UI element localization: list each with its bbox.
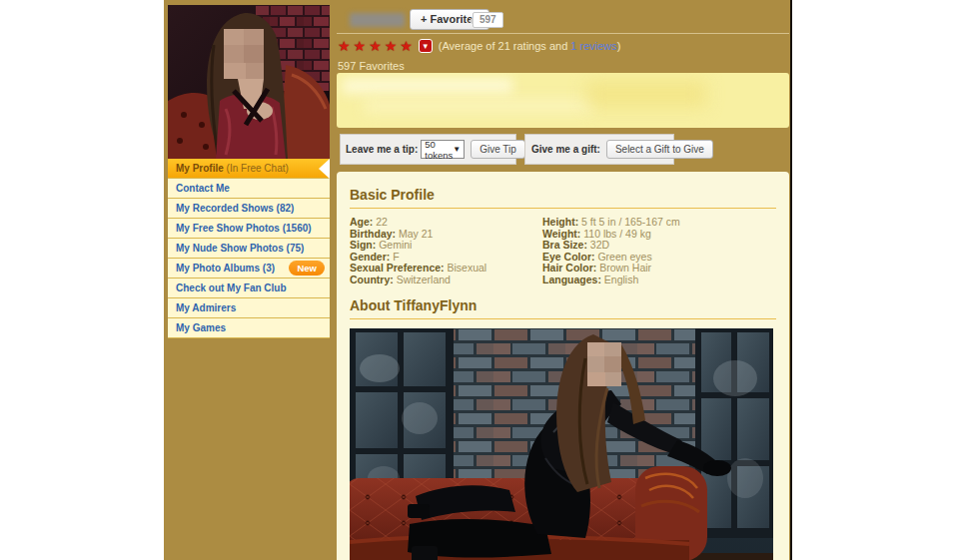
detail-value: 32D	[587, 239, 609, 251]
detail-value: May 21	[396, 228, 433, 240]
detail-value: F	[390, 251, 399, 263]
rating-prefix: (Average of 21 ratings and	[439, 40, 571, 52]
detail-label: Weight:	[542, 228, 580, 240]
detail-value: 22	[373, 216, 388, 228]
profile-sidebar-menu: My Profile (In Free Chat) Contact Me My …	[168, 159, 330, 338]
sidebar-item-my-games[interactable]: My Games	[168, 318, 330, 338]
detail-value: 110 lbs / 49 kg	[580, 228, 650, 240]
tip-bar: Leave me a tip: 50 tokens ▼ Give Tip	[340, 134, 516, 165]
give-tip-button[interactable]: Give Tip	[471, 140, 525, 159]
detail-label: Sexual Preference:	[350, 262, 445, 274]
star-icon[interactable]: ★	[338, 39, 351, 53]
sidebar-item-label: My Photo Albums (3)	[176, 263, 275, 274]
sidebar-item-nude-show-photos[interactable]: My Nude Show Photos (75)	[168, 239, 330, 259]
details-left-column: Age: 22 Birthday: May 21 Sign: Gemini Ge…	[350, 217, 542, 285]
sidebar-item-label: My Games	[176, 322, 226, 333]
sidebar-item-photo-albums[interactable]: My Photo Albums (3) New	[168, 259, 330, 279]
reviews-link[interactable]: 1 reviews	[570, 40, 616, 52]
model-avatar-photo	[168, 5, 330, 159]
page: My Profile (In Free Chat) Contact Me My …	[0, 0, 959, 560]
sidebar-item-label: Check out My Fan Club	[176, 282, 287, 293]
sidebar-item-fan-club[interactable]: Check out My Fan Club	[168, 279, 330, 298]
sidebar-item-label: My Admirers	[176, 302, 236, 313]
detail-value: Green eyes	[595, 251, 652, 263]
detail-row: Country: Switzerland	[350, 275, 542, 286]
avatar-illustration	[168, 5, 330, 159]
star-icon[interactable]: ★	[369, 39, 382, 53]
sidebar-item-my-admirers[interactable]: My Admirers	[168, 298, 330, 318]
active-item-arrow-icon	[319, 159, 330, 179]
detail-value: English	[601, 274, 638, 285]
detail-value: Switzerland	[394, 274, 451, 285]
sidebar-item-label: Contact Me	[176, 183, 230, 194]
sidebar-item-label: My Recorded Shows (82)	[176, 203, 294, 214]
sidebar-item-free-show-photos[interactable]: My Free Show Photos (1560)	[168, 219, 330, 239]
detail-value: Bisexual	[445, 262, 487, 274]
details-right-column: Height: 5 ft 5 in / 165-167 cm Weight: 1…	[542, 217, 680, 285]
sidebar-item-suffix: (In Free Chat)	[224, 163, 289, 174]
tip-amount-value: 50 tokens	[425, 139, 453, 161]
select-caret-icon: ▼	[453, 145, 461, 154]
sidebar-item-my-profile[interactable]: My Profile (In Free Chat)	[168, 159, 330, 179]
detail-row: Languages: English	[542, 275, 680, 286]
detail-label: Gender:	[350, 251, 390, 263]
detail-label: Languages:	[542, 274, 601, 285]
detail-label: Height:	[542, 216, 578, 228]
about-photo	[350, 328, 773, 560]
detail-value: 5 ft 5 in / 165-167 cm	[578, 216, 680, 228]
select-gift-button[interactable]: Select a Gift to Give	[606, 140, 713, 159]
star-icon[interactable]: ★	[400, 39, 413, 53]
detail-label: Hair Color:	[542, 262, 596, 274]
detail-label: Bra Size:	[542, 239, 587, 251]
favorites-count-badge[interactable]: 597	[473, 12, 503, 28]
basic-profile-details: Age: 22 Birthday: May 21 Sign: Gemini Ge…	[350, 217, 776, 285]
rating-row: ★ ★ ★ ★ ★ ▾ (Average of 21 ratings and 1…	[338, 38, 620, 54]
sidebar-item-label: My Profile	[176, 163, 224, 174]
profile-info-box: Basic Profile Age: 22 Birthday: May 21 S…	[337, 172, 789, 560]
basic-profile-title: Basic Profile	[350, 187, 776, 209]
star-icon[interactable]: ★	[385, 39, 398, 53]
sidebar-item-label: My Free Show Photos (1560)	[176, 223, 312, 234]
rating-suffix: )	[617, 40, 621, 52]
rating-summary: (Average of 21 ratings and 1 reviews)	[439, 40, 621, 52]
profile-header-row: + Favorites 597	[337, 9, 789, 31]
sidebar-item-contact-me[interactable]: Contact Me	[168, 179, 330, 199]
about-photo-illustration	[350, 328, 773, 560]
about-title: About TiffanyFlynn	[350, 297, 776, 319]
detail-value: Gemini	[376, 239, 412, 251]
detail-label: Sign:	[350, 239, 376, 251]
redacted-text-blur	[586, 81, 706, 107]
sidebar-item-recorded-shows[interactable]: My Recorded Shows (82)	[168, 199, 330, 219]
rating-dropdown-icon[interactable]: ▾	[419, 39, 433, 53]
detail-label: Age:	[350, 216, 373, 228]
badge-tail-icon	[469, 17, 474, 25]
detail-value: Brown Hair	[596, 262, 651, 274]
redacted-text-blur	[343, 78, 512, 94]
favorites-count: 597	[480, 14, 496, 25]
sidebar-item-label: My Nude Show Photos (75)	[176, 243, 304, 254]
announcement-box-redacted	[337, 73, 789, 128]
model-name-redacted	[350, 13, 405, 27]
redacted-text-blur	[365, 99, 594, 113]
gift-bar: Give me a gift: Select a Gift to Give	[524, 134, 674, 165]
star-icon[interactable]: ★	[354, 39, 367, 53]
tip-label: Leave me a tip:	[346, 144, 418, 155]
detail-label: Eye Color:	[542, 251, 595, 263]
header-divider	[337, 33, 789, 34]
detail-label: Country:	[350, 274, 394, 285]
favorites-total-text: 597 Favorites	[338, 60, 405, 72]
new-badge: New	[289, 261, 325, 276]
gift-label: Give me a gift:	[531, 144, 600, 155]
tip-amount-select[interactable]: 50 tokens ▼	[421, 140, 465, 159]
detail-label: Birthday:	[350, 228, 396, 240]
profile-page-panel: My Profile (In Free Chat) Contact Me My …	[164, 0, 792, 560]
